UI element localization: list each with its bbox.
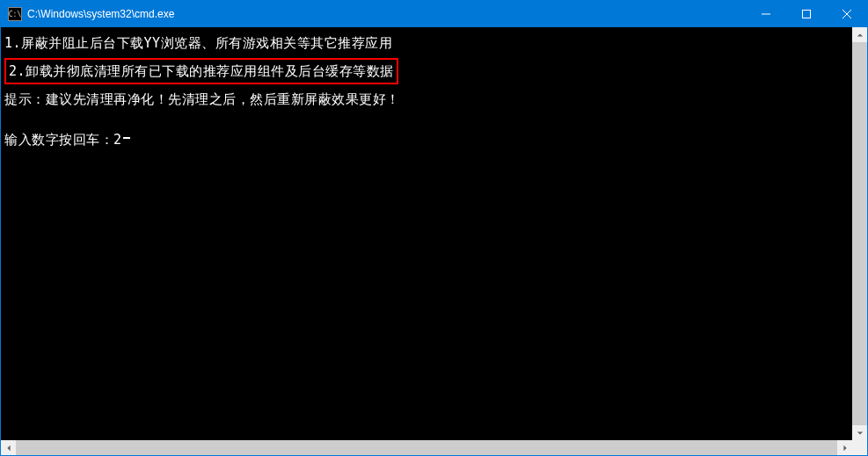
option-2-line: 2.卸载并彻底清理所有已下载的推荐应用组件及后台缓存等数据 [4,57,849,85]
console-output[interactable]: 1.屏蔽并阻止后台下载YY浏览器、所有游戏相关等其它推荐应用 2.卸载并彻底清理… [1,27,852,440]
chevron-left-icon [5,445,12,452]
maximize-icon [802,10,811,18]
scroll-thumb-horizontal[interactable] [16,440,837,455]
chevron-right-icon [842,445,849,452]
scroll-right-button[interactable] [837,440,852,455]
scroll-thumb-vertical[interactable] [852,42,867,425]
maximize-button[interactable] [786,1,827,27]
minimize-icon [762,10,770,18]
prompt-label: 输入数字按回车： [4,129,113,150]
scroll-track-horizontal[interactable] [16,440,837,455]
scroll-track-vertical[interactable] [852,42,867,425]
cursor [123,137,130,139]
chevron-up-icon [857,32,864,39]
scroll-corner [852,440,867,455]
option-1-line: 1.屏蔽并阻止后台下载YY浏览器、所有游戏相关等其它推荐应用 [4,33,849,54]
highlighted-option: 2.卸载并彻底清理所有已下载的推荐应用组件及后台缓存等数据 [4,58,398,84]
cmd-window: C:\ C:\Windows\system32\cmd.exe 1.屏蔽并阻止后… [0,0,868,456]
horizontal-scrollbar[interactable] [1,440,852,455]
minimize-button[interactable] [746,1,786,27]
input-value[interactable]: 2 [113,129,122,150]
content-area: 1.屏蔽并阻止后台下载YY浏览器、所有游戏相关等其它推荐应用 2.卸载并彻底清理… [1,27,867,440]
blank-line [4,113,849,129]
close-icon [842,10,851,18]
titlebar[interactable]: C:\ C:\Windows\system32\cmd.exe [1,1,867,27]
window-title: C:\Windows\system32\cmd.exe [27,8,174,20]
chevron-down-icon [857,430,864,437]
vertical-scrollbar[interactable] [852,27,867,440]
close-button[interactable] [827,1,867,27]
app-icon: C:\ [8,7,22,21]
bottom-bar [1,440,867,455]
prompt-line: 输入数字按回车：2 [4,129,849,150]
scroll-left-button[interactable] [1,440,16,455]
scroll-down-button[interactable] [852,425,867,440]
hint-line: 提示：建议先清理再净化！先清理之后，然后重新屏蔽效果更好！ [4,89,849,110]
scroll-up-button[interactable] [852,27,867,42]
svg-rect-1 [803,11,811,18]
